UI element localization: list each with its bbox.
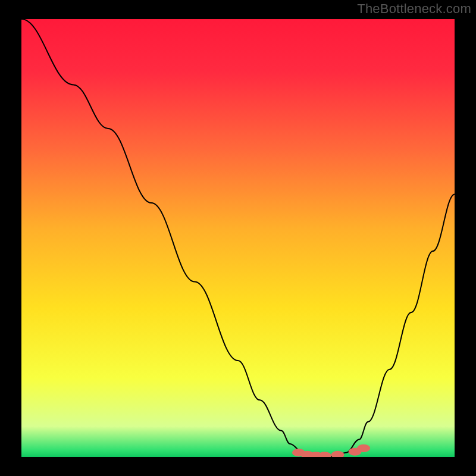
gradient-background: [21, 19, 455, 457]
optimal-marker: [357, 444, 370, 452]
bottleneck-chart: [21, 19, 455, 457]
attribution-label: TheBottleneck.com: [357, 1, 471, 17]
chart-svg: [21, 19, 455, 457]
chart-frame: TheBottleneck.com: [0, 0, 476, 476]
